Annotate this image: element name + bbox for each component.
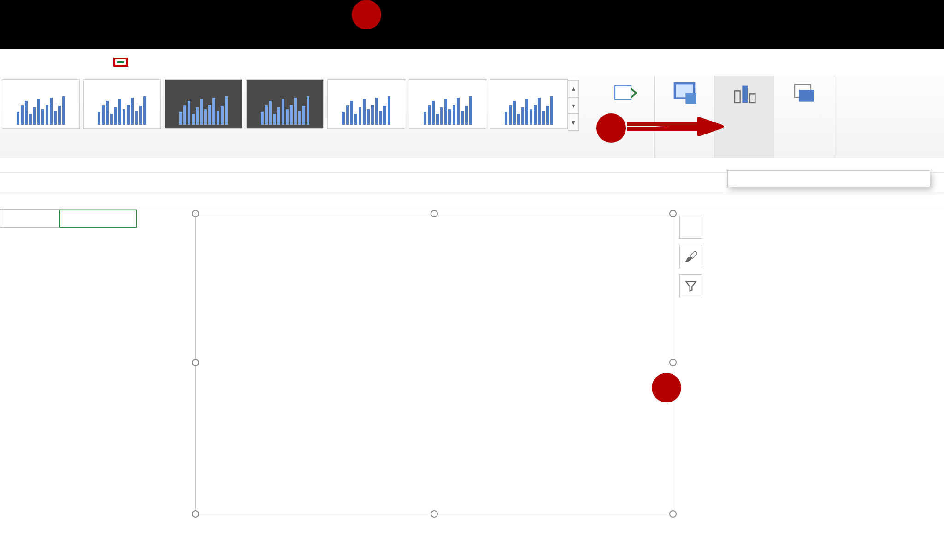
tab-help[interactable] (95, 58, 113, 67)
chart-plot-area[interactable] (256, 225, 655, 474)
svg-rect-8 (799, 90, 814, 102)
chart-style-4[interactable] (246, 79, 324, 129)
gallery-more-icon[interactable]: ▼ (568, 114, 579, 131)
excel-window: ▴ ▾ ▼ (0, 49, 944, 560)
chart-elements-button[interactable] (679, 216, 702, 239)
ribbon-panel: ▴ ▾ ▼ (0, 76, 595, 158)
chart-style-3[interactable] (165, 79, 242, 129)
select-data-icon (672, 80, 697, 106)
tab-view[interactable] (58, 58, 77, 67)
chart-side-buttons: 🖌 (679, 216, 702, 298)
tab-chart-design[interactable] (113, 58, 128, 67)
chart-styles-gallery[interactable] (0, 79, 568, 134)
svg-rect-6 (749, 94, 755, 103)
chart-style-5[interactable] (327, 79, 405, 129)
brush-icon: 🖌 (684, 249, 697, 264)
change-chart-type-tooltip (727, 170, 930, 187)
tab-review[interactable] (40, 58, 58, 67)
chart-style-7[interactable] (490, 79, 568, 129)
move-chart-button[interactable] (774, 76, 834, 158)
callout-2 (352, 0, 381, 29)
worksheet[interactable]: 🖌 (0, 209, 944, 560)
gallery-down-icon[interactable]: ▾ (568, 97, 579, 114)
svg-rect-3 (685, 93, 696, 104)
tab-data[interactable] (21, 58, 40, 67)
embedded-chart[interactable] (195, 214, 672, 513)
gallery-scroll[interactable]: ▴ ▾ ▼ (568, 80, 579, 131)
funnel-icon (684, 280, 697, 292)
header-sales[interactable] (59, 210, 137, 228)
svg-rect-4 (735, 91, 740, 103)
gallery-up-icon[interactable]: ▴ (568, 80, 579, 97)
chart-style-2[interactable] (83, 79, 161, 129)
callout-3 (596, 113, 626, 143)
svg-rect-5 (742, 86, 748, 103)
change-chart-type-icon (732, 80, 757, 106)
chart-style-6[interactable] (409, 79, 487, 129)
tab-format[interactable] (128, 58, 147, 67)
header-year[interactable] (0, 210, 59, 228)
tab-developer[interactable] (77, 58, 95, 67)
data-table[interactable] (0, 209, 137, 228)
move-chart-icon (791, 80, 817, 106)
tab-formulas[interactable] (3, 58, 21, 67)
column-headers[interactable] (0, 192, 944, 209)
chart-filters-button[interactable] (679, 274, 702, 298)
ribbon-tabs (0, 49, 595, 76)
svg-rect-0 (615, 86, 631, 99)
chart-style-1[interactable] (2, 79, 80, 129)
arrow-icon (625, 115, 726, 143)
switch-rowcol-icon (612, 80, 637, 106)
callout-1 (652, 373, 681, 402)
chart-styles-button[interactable]: 🖌 (679, 245, 702, 268)
